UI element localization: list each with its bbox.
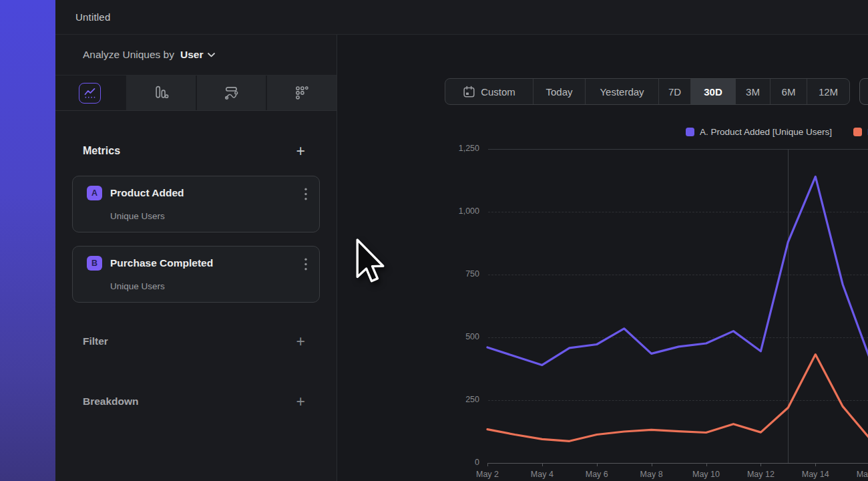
x-axis-label: May 10 <box>686 470 726 479</box>
decorative-gradient-strip <box>0 0 55 481</box>
y-axis-label: 1,250 <box>439 144 479 153</box>
line-chart <box>487 149 868 466</box>
legend-item-b[interactable]: B. Purchase Completed [Unique Users] <box>853 127 868 137</box>
metric-badge-a: A <box>87 186 102 200</box>
breakdown-header: Breakdown + <box>83 395 305 408</box>
x-axis-label: May 6 <box>577 470 617 479</box>
analyze-by-select[interactable]: User <box>180 49 215 61</box>
legend-swatch-a <box>686 128 694 136</box>
x-axis-label: May 16 <box>850 470 868 479</box>
add-metric-button[interactable]: + <box>296 145 305 157</box>
metric-subtitle: Unique Users <box>110 211 165 221</box>
metric-card-a[interactable]: A Product Added Unique Users <box>72 176 320 232</box>
metrics-title: Metrics <box>83 145 120 157</box>
calendar-icon <box>463 86 475 98</box>
chart-panel: Custom Today Yesterday 7D 30D 3M 6M 12M … <box>337 35 868 481</box>
x-axis-label: May 4 <box>522 470 562 479</box>
y-axis-label: 0 <box>439 458 479 467</box>
insights-line-chart-icon <box>79 83 101 104</box>
app-window: Untitled Analyze Uniques by User <box>55 0 868 481</box>
tab-flows[interactable] <box>196 75 266 110</box>
range-7d[interactable]: 7D <box>658 79 690 104</box>
analyze-by-row: Analyze Uniques by User <box>55 35 337 75</box>
metric-subtitle: Unique Users <box>110 281 165 291</box>
chevron-down-icon <box>208 53 215 57</box>
tab-insights-line[interactable] <box>55 75 125 110</box>
chart-type-tabstrip <box>55 75 337 111</box>
legend-item-a[interactable]: A. Product Added [Unique Users] <box>686 127 832 137</box>
series-line-a <box>487 176 868 365</box>
range-6m[interactable]: 6M <box>770 79 807 104</box>
title-bar: Untitled <box>55 0 868 35</box>
compare-button[interactable]: Compare <box>859 78 868 105</box>
range-12m[interactable]: 12M <box>807 79 849 104</box>
x-axis-label: May 14 <box>795 470 835 479</box>
retention-dots-icon <box>294 85 310 101</box>
y-axis-label: 250 <box>439 395 479 404</box>
date-range-segmented-control: Custom Today Yesterday 7D 30D 3M 6M 12M <box>445 78 850 105</box>
metric-name: Purchase Completed <box>110 257 213 269</box>
range-3m[interactable]: 3M <box>735 79 770 104</box>
x-axis-label: May 12 <box>740 470 781 479</box>
analyze-by-value: User <box>180 49 203 61</box>
range-today[interactable]: Today <box>533 79 585 104</box>
metric-options-kebab-icon[interactable] <box>302 255 310 275</box>
metric-card-b[interactable]: B Purchase Completed Unique Users <box>72 246 320 303</box>
range-30d[interactable]: 30D <box>690 79 735 104</box>
add-filter-button[interactable]: + <box>296 335 305 347</box>
filter-title: Filter <box>83 335 108 347</box>
funnels-bars-icon <box>153 85 169 101</box>
analyze-by-label: Analyze Uniques by <box>83 49 174 61</box>
range-custom[interactable]: Custom <box>445 79 533 104</box>
x-axis-label: May 2 <box>467 470 507 479</box>
legend-swatch-b <box>853 128 862 136</box>
screenshot-stage: Untitled Analyze Uniques by User <box>0 0 868 481</box>
metrics-header: Metrics + <box>83 145 305 157</box>
sidebar: Analyze Uniques by User <box>55 35 337 481</box>
metric-badge-b: B <box>87 256 102 271</box>
metric-name: Product Added <box>110 187 184 199</box>
add-breakdown-button[interactable]: + <box>296 395 305 408</box>
y-axis-label: 750 <box>439 269 479 279</box>
breakdown-title: Breakdown <box>83 395 139 408</box>
mouse-cursor-arrow <box>356 238 386 284</box>
tab-retention[interactable] <box>266 75 337 110</box>
y-axis-label: 500 <box>439 332 479 341</box>
filter-header: Filter + <box>83 335 305 347</box>
series-line-b <box>487 355 868 442</box>
legend-label-a: A. Product Added [Unique Users] <box>700 127 832 137</box>
report-title[interactable]: Untitled <box>75 11 110 23</box>
range-yesterday[interactable]: Yesterday <box>585 79 658 104</box>
y-axis-label: 1,000 <box>439 206 479 216</box>
flows-waves-icon <box>223 85 239 101</box>
x-axis-label: May 8 <box>632 470 672 479</box>
metric-options-kebab-icon[interactable] <box>302 185 310 205</box>
tab-funnels[interactable] <box>125 75 196 110</box>
